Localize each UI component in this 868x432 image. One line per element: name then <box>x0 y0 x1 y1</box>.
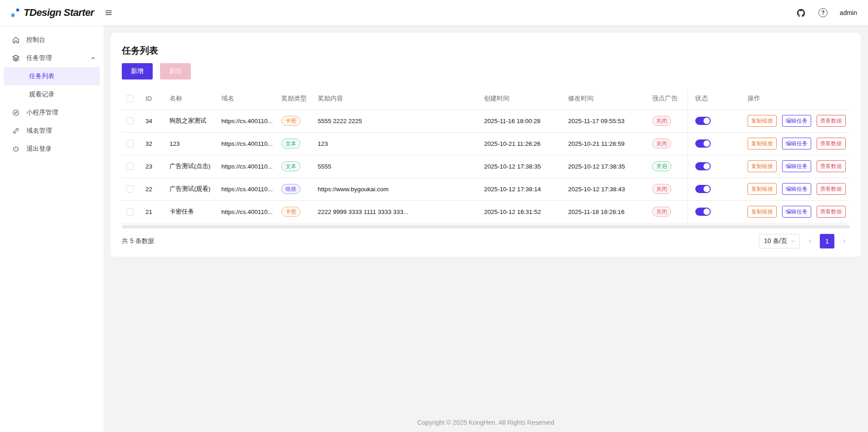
reward-type-tag: 卡密 <box>281 207 300 217</box>
toggle-knob <box>703 118 710 124</box>
cell-created: 2025-10-12 17:38:35 <box>477 155 561 178</box>
table-header-row: ID 名称 域名 奖励类型 奖励内容 创建时间 修改时间 强点广告 状态 操作 <box>122 88 850 109</box>
sidebar-item-label: 任务管理 <box>26 54 52 62</box>
sidebar: 控制台 任务管理 任务列表 观看记录 小程序管理 域名管理 退出登录 <box>0 25 104 432</box>
edit-task-button[interactable]: 编辑任务 <box>782 206 811 218</box>
row-count-summary: 共 5 条数据 <box>122 237 155 245</box>
col-reward-content: 奖励内容 <box>310 88 477 109</box>
cell-id: 22 <box>138 178 162 200</box>
chevron-right-icon <box>841 238 848 244</box>
cell-created: 2025-10-12 16:31:52 <box>477 200 561 223</box>
link-circle-icon <box>12 109 20 117</box>
force-ad-tag: 开启 <box>652 161 671 171</box>
task-list-card: 任务列表 新增 删除 ID 名称 域名 奖励类型 奖励内容 创建时间 <box>111 33 861 257</box>
table-row: 22 广告测试(观看) https://cs.400110... 链接 http… <box>122 178 850 200</box>
power-icon <box>12 145 20 153</box>
col-modified: 修改时间 <box>561 88 645 109</box>
col-reward-type: 奖励类型 <box>274 88 310 109</box>
row-checkbox[interactable] <box>126 208 134 215</box>
force-ad-tag: 关闭 <box>652 139 671 149</box>
cell-created: 2025-11-16 18:00:28 <box>477 109 561 132</box>
logo-square-dark <box>16 9 19 11</box>
header-actions: ? admin <box>796 8 857 18</box>
edit-task-button[interactable]: 编辑任务 <box>782 115 811 127</box>
cell-id: 34 <box>138 109 162 132</box>
col-actions: 操作 <box>740 88 850 109</box>
toggle-knob <box>703 186 710 192</box>
add-button[interactable]: 新增 <box>122 63 153 79</box>
cell-modified: 2025-10-21 11:28:59 <box>561 132 645 155</box>
main-content: 任务列表 新增 删除 ID 名称 域名 奖励类型 奖励内容 创建时间 <box>104 25 868 432</box>
cell-id: 23 <box>138 155 162 178</box>
cell-created: 2025-10-21 11:26:26 <box>477 132 561 155</box>
toggle-knob <box>703 209 710 215</box>
view-data-button[interactable]: 查看数据 <box>817 183 846 195</box>
copy-link-button[interactable]: 复制链接 <box>748 115 777 127</box>
user-menu[interactable]: admin <box>840 9 857 16</box>
home-icon <box>12 36 20 44</box>
horizontal-scrollbar[interactable] <box>122 225 850 228</box>
cell-domain: https://cs.400110... <box>214 132 274 155</box>
sidebar-item-task-management[interactable]: 任务管理 <box>0 49 104 67</box>
copyright-text: Copyright © 2025 KongHen. All Rights Res… <box>104 419 868 426</box>
tdesign-logo-icon <box>11 8 19 18</box>
sidebar-item-console[interactable]: 控制台 <box>0 31 104 49</box>
row-checkbox[interactable] <box>126 117 134 124</box>
status-toggle[interactable] <box>695 185 711 193</box>
cell-id: 32 <box>138 132 162 155</box>
cell-modified: 2025-10-12 17:38:35 <box>561 155 645 178</box>
prev-page-button[interactable] <box>804 234 815 248</box>
chevron-left-icon <box>807 238 813 244</box>
cell-created: 2025-10-12 17:38:14 <box>477 178 561 200</box>
edit-task-button[interactable]: 编辑任务 <box>782 183 811 195</box>
view-data-button[interactable]: 查看数据 <box>817 160 846 172</box>
edit-task-button[interactable]: 编辑任务 <box>782 138 811 149</box>
status-toggle[interactable] <box>695 117 711 125</box>
copy-link-button[interactable]: 复制链接 <box>748 160 777 172</box>
delete-button[interactable]: 删除 <box>160 63 191 79</box>
select-all-checkbox[interactable] <box>126 95 134 102</box>
table-row: 32 123 https://cs.400110... 文本 123 2025-… <box>122 132 850 155</box>
sidebar-item-watch-records[interactable]: 观看记录 <box>0 85 104 104</box>
sidebar-item-miniprogram[interactable]: 小程序管理 <box>0 104 104 122</box>
logo-square-light <box>11 14 15 17</box>
view-data-button[interactable]: 查看数据 <box>817 115 846 127</box>
force-ad-tag: 关闭 <box>652 184 671 194</box>
cell-domain: https://cs.400110... <box>214 200 274 223</box>
help-icon[interactable]: ? <box>818 8 828 18</box>
row-checkbox[interactable] <box>126 163 134 170</box>
page-size-select[interactable]: 10 条/页 <box>759 234 800 248</box>
page-number-button[interactable]: 1 <box>820 234 834 248</box>
view-data-button[interactable]: 查看数据 <box>817 138 846 149</box>
copy-link-button[interactable]: 复制链接 <box>748 138 777 149</box>
copy-link-button[interactable]: 复制链接 <box>748 206 777 218</box>
edit-task-button[interactable]: 编辑任务 <box>782 160 811 172</box>
layers-icon <box>12 54 20 62</box>
col-name: 名称 <box>162 88 214 109</box>
status-toggle[interactable] <box>695 139 711 148</box>
sidebar-item-domain[interactable]: 域名管理 <box>0 122 104 140</box>
row-checkbox[interactable] <box>126 185 134 193</box>
sidebar-item-logout[interactable]: 退出登录 <box>0 140 104 158</box>
table-row: 23 广告测试(点击) https://cs.400110... 文本 5555… <box>122 155 850 178</box>
toggle-knob <box>703 140 710 147</box>
sidebar-item-label: 观看记录 <box>29 90 55 99</box>
task-table: ID 名称 域名 奖励类型 奖励内容 创建时间 修改时间 强点广告 状态 操作 … <box>122 88 850 223</box>
copy-link-button[interactable]: 复制链接 <box>748 183 777 195</box>
next-page-button[interactable] <box>839 234 850 248</box>
sidebar-item-label: 退出登录 <box>26 145 52 153</box>
cell-domain: https://cs.400110... <box>214 109 274 132</box>
cell-name: 广告测试(观看) <box>162 178 214 200</box>
view-data-button[interactable]: 查看数据 <box>817 206 846 218</box>
sidebar-item-task-list[interactable]: 任务列表 <box>4 67 100 85</box>
status-toggle[interactable] <box>695 208 711 216</box>
toggle-knob <box>703 163 710 169</box>
status-toggle[interactable] <box>695 162 711 170</box>
cell-reward-content: 5555 <box>310 155 477 178</box>
github-icon[interactable] <box>796 8 806 18</box>
row-checkbox[interactable] <box>126 140 134 147</box>
col-force-ad: 强点广告 <box>645 88 688 109</box>
col-status: 状态 <box>688 88 740 109</box>
hamburger-menu-icon[interactable] <box>103 7 114 18</box>
chevron-up-icon <box>90 55 96 61</box>
